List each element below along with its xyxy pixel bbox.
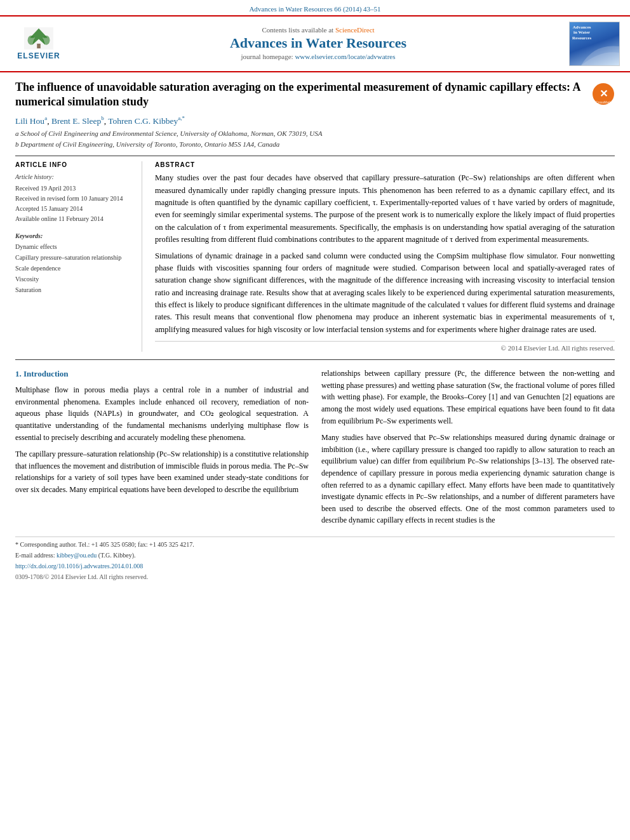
keyword-1: Dynamic effects bbox=[15, 241, 134, 252]
issn-line: 0309-1708/© 2014 Elsevier Ltd. All right… bbox=[15, 572, 615, 582]
corresponding-author: * Corresponding author. Tel.: +1 405 325… bbox=[15, 540, 615, 549]
body-left-col: 1. Introduction Multiphase flow in porou… bbox=[15, 368, 309, 531]
journal-issue-link[interactable]: Advances in Water Resources 66 (2014) 43… bbox=[249, 5, 380, 13]
author-tohren-kibbey[interactable]: Tohren C.G. Kibbey bbox=[108, 116, 178, 125]
section-divider bbox=[15, 359, 615, 360]
sciencedirect-line: Contents lists available at ScienceDirec… bbox=[74, 26, 563, 34]
journal-center-info: Contents lists available at ScienceDirec… bbox=[74, 26, 563, 62]
advances-thumbnail-image: Advancesin WaterResources bbox=[570, 22, 619, 65]
article-info-label: ARTICLE INFO bbox=[15, 161, 134, 168]
crossmark-badge-icon[interactable]: ✕ CrossMark bbox=[592, 83, 615, 105]
keywords-section: Keywords: Dynamic effects Capillary pres… bbox=[15, 230, 134, 295]
svg-point-4 bbox=[43, 36, 50, 45]
intro-right-para2: Many studies have observed that Pc–Sw re… bbox=[321, 432, 615, 526]
email-suffix: (T.G. Kibbey). bbox=[98, 552, 136, 559]
received-date: Received 19 April 2013 bbox=[15, 183, 134, 194]
homepage-url[interactable]: www.elsevier.com/locate/advwatres bbox=[295, 53, 395, 60]
affiliation-b: b Department of Civil Engineering, Unive… bbox=[15, 139, 615, 150]
affil-sup-b: b bbox=[101, 115, 104, 121]
body-content: 1. Introduction Multiphase flow in porou… bbox=[15, 368, 615, 531]
elsevier-logo-container: ELSEVIER bbox=[10, 27, 67, 60]
email-link[interactable]: kibbey@ou.edu bbox=[57, 552, 97, 559]
doi-line: http://dx.doi.org/10.1016/j.advwatres.20… bbox=[15, 561, 615, 571]
keyword-3: Scale dependence bbox=[15, 263, 134, 274]
svg-point-3 bbox=[28, 36, 35, 45]
authors-line: Lili Houa, Brent E. Sleepb, Tohren C.G. … bbox=[15, 115, 615, 126]
intro-para2: The capillary pressure–saturation relati… bbox=[15, 448, 309, 495]
top-header: Advances in Water Resources 66 (2014) 43… bbox=[0, 0, 630, 17]
intro-para1: Multiphase flow in porous media plays a … bbox=[15, 384, 309, 443]
elsevier-wordmark: ELSEVIER bbox=[17, 51, 60, 60]
abstract-para2: Simulations of dynamic drainage in a pac… bbox=[155, 250, 615, 337]
thumb-text: Advancesin WaterResources bbox=[572, 25, 591, 41]
affiliation-a: a School of Civil Engineering and Enviro… bbox=[15, 128, 615, 139]
history-title: Article history: bbox=[15, 172, 134, 182]
abstract-text: Many studies over the past four decades … bbox=[155, 172, 615, 336]
journal-thumbnail: Advancesin WaterResources bbox=[569, 22, 620, 66]
svg-text:CrossMark: CrossMark bbox=[596, 100, 612, 104]
accepted-date: Accepted 15 January 2014 bbox=[15, 204, 134, 214]
article-title: The influence of unavoidable saturation … bbox=[15, 80, 586, 110]
body-right-col: relationships between capillary pressure… bbox=[321, 368, 615, 531]
section-title: Introduction bbox=[23, 369, 69, 378]
keyword-2: Capillary pressure–saturation relationsh… bbox=[15, 252, 134, 263]
journal-header: ELSEVIER Contents lists available at Sci… bbox=[0, 17, 630, 72]
main-content: The influence of unavoidable saturation … bbox=[0, 72, 630, 590]
abstract-label: ABSTRACT bbox=[155, 161, 615, 168]
elsevier-logo: ELSEVIER bbox=[10, 27, 67, 60]
article-history: Article history: Received 19 April 2013 … bbox=[15, 172, 134, 224]
abstract-para1: Many studies over the past four decades … bbox=[155, 172, 615, 246]
abstract-column: ABSTRACT Many studies over the past four… bbox=[155, 161, 615, 352]
author-brent-sleep[interactable]: Brent E. Sleep bbox=[51, 116, 101, 125]
journal-title: Advances in Water Resources bbox=[74, 35, 563, 51]
svg-text:✕: ✕ bbox=[600, 88, 608, 99]
email-address: E-mail address: kibbey@ou.edu (T.G. Kibb… bbox=[15, 550, 615, 560]
thumb-curve-icon bbox=[581, 40, 619, 65]
available-date: Available online 11 February 2014 bbox=[15, 214, 134, 224]
affil-sup-a1: a bbox=[44, 115, 47, 121]
author-lili-hou[interactable]: Lili Hou bbox=[15, 116, 44, 125]
section-number: 1. bbox=[15, 369, 22, 378]
svg-rect-2 bbox=[37, 44, 41, 48]
doi-link[interactable]: http://dx.doi.org/10.1016/j.advwatres.20… bbox=[15, 563, 143, 570]
intro-right-para1: relationships between capillary pressure… bbox=[321, 368, 615, 427]
revised-date: Received in revised form 10 January 2014 bbox=[15, 194, 134, 204]
intro-heading: 1. Introduction bbox=[15, 368, 309, 380]
homepage-label: journal homepage: bbox=[241, 53, 293, 60]
email-label: E-mail address: bbox=[15, 552, 57, 559]
affiliations: a School of Civil Engineering and Enviro… bbox=[15, 128, 615, 149]
sciencedirect-link[interactable]: ScienceDirect bbox=[335, 26, 375, 34]
article-info-column: ARTICLE INFO Article history: Received 1… bbox=[15, 161, 142, 352]
footnotes: * Corresponding author. Tel.: +1 405 325… bbox=[15, 537, 615, 582]
elsevier-tree-icon bbox=[23, 27, 55, 50]
keyword-5: Saturation bbox=[15, 284, 134, 295]
homepage-line: journal homepage: www.elsevier.com/locat… bbox=[74, 53, 563, 60]
article-info-abstract: ARTICLE INFO Article history: Received 1… bbox=[15, 156, 615, 352]
keywords-label: Keywords: bbox=[15, 230, 134, 241]
contents-text: Contents lists available at bbox=[262, 26, 333, 34]
copyright-line: © 2014 Elsevier Ltd. All rights reserved… bbox=[155, 341, 615, 352]
affil-sup-a2: a,* bbox=[178, 115, 185, 121]
keyword-4: Viscosity bbox=[15, 274, 134, 284]
article-title-section: The influence of unavoidable saturation … bbox=[15, 80, 615, 110]
